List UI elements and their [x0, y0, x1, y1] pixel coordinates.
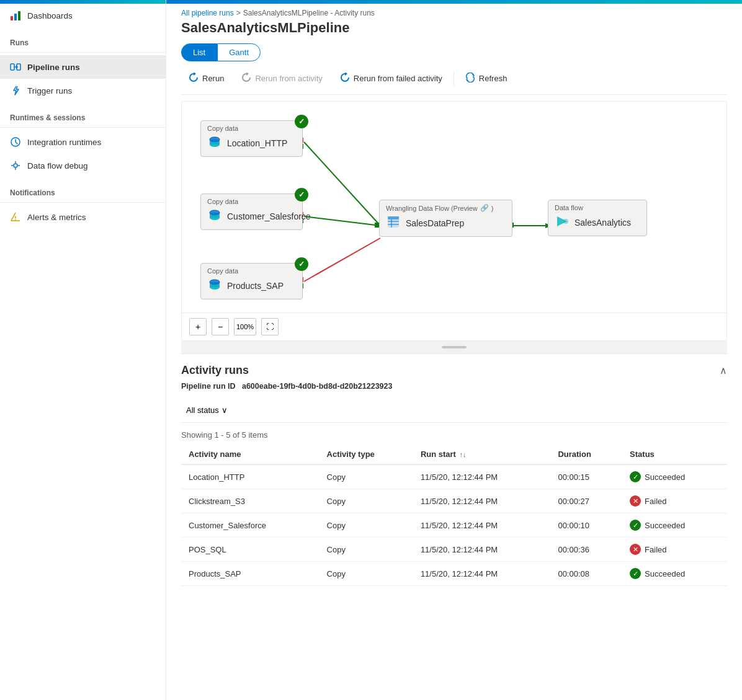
svg-rect-2 — [18, 11, 20, 20]
view-toggle-bar: List Gantt — [181, 43, 727, 61]
breadcrumb-separator: > — [236, 9, 241, 17]
node-customer-salesforce[interactable]: Copy data Customer_Salesforce ✓ — [200, 193, 303, 230]
node-status-check: ✓ — [295, 257, 308, 271]
cell-activity-name: POS_SQL — [181, 538, 320, 562]
zoom-in-button[interactable]: + — [189, 318, 207, 335]
cell-activity-name: Location_HTTP — [181, 464, 320, 489]
showing-items-text: Showing 1 - 5 of 5 items — [181, 428, 727, 445]
node-type-label: Copy data — [207, 267, 296, 275]
sidebar-item-dashboards[interactable]: Dashboards — [0, 4, 166, 27]
node-status-check: ✓ — [295, 188, 308, 202]
node-name: Products_SAP — [207, 277, 296, 294]
sidebar-item-data-flow-debug[interactable]: Data flow debug — [0, 154, 166, 177]
svg-point-45 — [563, 219, 568, 224]
svg-rect-1 — [14, 14, 17, 20]
breadcrumb: All pipeline runs > SalesAnalyticsMLPipe… — [166, 4, 742, 20]
pipeline-icon — [10, 61, 21, 73]
table-row[interactable]: Clickstream_S3 Copy 11/5/20, 12:12:44 PM… — [181, 489, 727, 513]
sidebar-item-label: Alerts & metrics — [27, 213, 86, 222]
list-toggle-button[interactable]: List — [181, 43, 217, 61]
sidebar-item-pipeline-runs[interactable]: Pipeline runs — [0, 55, 166, 79]
cell-run-start: 11/5/20, 12:12:44 PM — [413, 562, 551, 586]
breadcrumb-current: SalesAnalyticsMLPipeline - Activity runs — [243, 9, 375, 17]
table-header-row: Activity name Activity type Run start ↑↓… — [181, 445, 727, 464]
node-sales-analytics[interactable]: Data flow SalesAnalytics — [548, 200, 647, 236]
svg-point-7 — [14, 164, 17, 167]
zoom-out-button[interactable]: − — [212, 318, 229, 335]
svg-point-13 — [15, 219, 16, 221]
collapse-button[interactable]: ∧ — [720, 365, 727, 376]
rerun-from-activity-button[interactable]: Rerun from activity — [234, 69, 329, 88]
sidebar-divider-1 — [0, 52, 166, 53]
activity-runs-title: Activity runs — [181, 364, 249, 377]
refresh-button[interactable]: Refresh — [458, 69, 515, 88]
failed-icon: ✕ — [630, 495, 641, 507]
external-link-icon: 🔗 — [480, 204, 489, 212]
sidebar-item-integration-runtimes[interactable]: Integration runtimes — [0, 130, 166, 154]
diagram-canvas: Copy data Location_HTTP ✓ — [182, 102, 726, 312]
cell-run-start: 11/5/20, 12:12:44 PM — [413, 513, 551, 538]
node-products-sap[interactable]: Copy data Products_SAP ✓ — [200, 263, 303, 299]
node-status-check: ✓ — [295, 115, 308, 128]
node-sales-data-prep[interactable]: Wrangling Data Flow (Preview 🔗 ) — [379, 200, 512, 237]
sidebar-item-alerts-metrics[interactable]: Alerts & metrics — [0, 205, 166, 229]
sidebar-section-notifications: Notifications — [0, 177, 166, 200]
cell-activity-type: Copy — [320, 513, 413, 538]
cell-status: ✓Succeeded — [622, 562, 727, 586]
fit-button[interactable]: 100% — [234, 318, 256, 335]
rerun-from-activity-label: Rerun from activity — [255, 74, 322, 83]
svg-line-14 — [304, 142, 380, 226]
gantt-toggle-button[interactable]: Gantt — [217, 43, 261, 61]
sidebar-item-label: Integration runtimes — [27, 138, 101, 147]
svg-point-30 — [210, 142, 220, 147]
table-row[interactable]: Customer_Salesforce Copy 11/5/20, 12:12:… — [181, 513, 727, 538]
node-location-http[interactable]: Copy data Location_HTTP ✓ — [200, 120, 303, 157]
rerun-from-failed-button[interactable]: Rerun from failed activity — [333, 69, 450, 88]
node-type-label: Copy data — [207, 125, 296, 132]
cell-duration: 00:00:27 — [550, 489, 622, 513]
status-text: Succeeded — [645, 569, 685, 578]
table-row[interactable]: Products_SAP Copy 11/5/20, 12:12:44 PM 0… — [181, 562, 727, 586]
status-text: Failed — [645, 497, 666, 506]
node-name: SalesDataPrep — [386, 215, 506, 231]
pipeline-diagram: Copy data Location_HTTP ✓ — [181, 101, 727, 341]
cell-run-start: 11/5/20, 12:12:44 PM — [413, 489, 551, 513]
table-row[interactable]: Location_HTTP Copy 11/5/20, 12:12:44 PM … — [181, 464, 727, 489]
cell-run-start: 11/5/20, 12:12:44 PM — [413, 464, 551, 489]
status-filter-bar: All status ∨ — [181, 398, 727, 423]
dataflow-icon — [555, 214, 570, 231]
sidebar-section-runtimes: Runtimes & sessions — [0, 102, 166, 125]
node-name: Location_HTTP — [207, 135, 296, 151]
sidebar-divider-3 — [0, 202, 166, 203]
col-duration: Duration — [550, 445, 622, 464]
rerun-button[interactable]: Rerun — [181, 69, 231, 88]
content-area: SalesAnalyticsMLPipeline List Gantt Reru… — [166, 20, 742, 700]
trigger-icon — [10, 85, 21, 96]
cell-activity-name: Customer_Salesforce — [181, 513, 320, 538]
cell-run-start: 11/5/20, 12:12:44 PM — [413, 538, 551, 562]
fullscreen-button[interactable]: ⛶ — [261, 318, 279, 335]
sidebar-item-label: Data flow debug — [27, 161, 88, 171]
pipeline-run-id-value: a600eabe-19fb-4d0b-bd8d-d20b21223923 — [242, 382, 392, 391]
refresh-label: Refresh — [479, 74, 507, 83]
wrangling-icon — [386, 215, 401, 231]
cell-duration: 00:00:10 — [550, 513, 622, 538]
cell-activity-type: Copy — [320, 562, 413, 586]
table-row[interactable]: POS_SQL Copy 11/5/20, 12:12:44 PM 00:00:… — [181, 538, 727, 562]
success-icon: ✓ — [630, 568, 641, 579]
breadcrumb-parent-link[interactable]: All pipeline runs — [181, 9, 234, 17]
success-icon: ✓ — [630, 520, 641, 531]
rerun-from-failed-label: Rerun from failed activity — [354, 74, 442, 83]
node-type-label: Wrangling Data Flow (Preview 🔗 ) — [386, 204, 506, 212]
sidebar-item-trigger-runs[interactable]: Trigger runs — [0, 79, 166, 102]
cell-status: ✓Succeeded — [622, 513, 727, 538]
copy-icon — [207, 277, 222, 294]
status-filter-button[interactable]: All status ∨ — [181, 403, 233, 417]
svg-point-38 — [210, 285, 220, 290]
status-text: Succeeded — [645, 521, 685, 530]
activity-table: Activity name Activity type Run start ↑↓… — [181, 445, 727, 586]
cell-duration: 00:00:08 — [550, 562, 622, 586]
node-name: SalesAnalytics — [555, 214, 640, 231]
cell-duration: 00:00:15 — [550, 464, 622, 489]
svg-point-34 — [210, 215, 220, 220]
